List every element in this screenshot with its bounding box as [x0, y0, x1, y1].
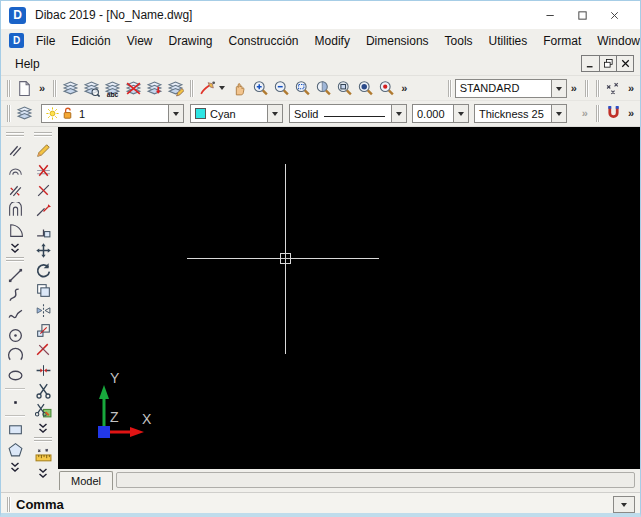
zoom-in-button[interactable]	[250, 78, 271, 99]
line-button[interactable]	[3, 265, 27, 285]
double-arc-button[interactable]	[3, 160, 27, 180]
extend-button[interactable]	[31, 360, 55, 380]
move-button[interactable]	[31, 240, 55, 260]
zoom-window-button[interactable]	[292, 78, 313, 99]
erase-button[interactable]	[31, 160, 55, 180]
copy-button[interactable]	[31, 280, 55, 300]
zoom-center-button[interactable]	[376, 78, 397, 99]
more-tools-chevron[interactable]	[31, 465, 55, 480]
ellipse-button[interactable]	[3, 365, 27, 385]
break-button[interactable]	[31, 180, 55, 200]
document-icon[interactable]: D	[9, 33, 24, 48]
toolbar-grip[interactable]	[448, 80, 449, 97]
command-line[interactable]: Comma	[1, 492, 640, 515]
scissors-button[interactable]	[31, 380, 55, 400]
menu-item-view[interactable]: View	[119, 32, 161, 50]
zoom-out-button[interactable]	[271, 78, 292, 99]
toolbar-grip[interactable]	[7, 80, 8, 97]
layer-properties-button[interactable]	[60, 78, 81, 99]
layer-dropdown[interactable]	[168, 105, 183, 122]
drawing-canvas[interactable]: Y Z X	[58, 127, 640, 469]
more-tools-chevron[interactable]	[31, 420, 55, 435]
new-file-button[interactable]	[14, 78, 35, 99]
menu-item-drawing[interactable]: Drawing	[161, 32, 221, 50]
offset-arrow-button[interactable]	[31, 200, 55, 220]
layer-down-button[interactable]	[144, 78, 165, 99]
overflow-chevron[interactable]: »	[397, 83, 411, 94]
tab-model[interactable]: Model	[59, 471, 113, 490]
spline-button[interactable]	[3, 305, 27, 325]
toolbar-grip[interactable]	[34, 437, 52, 438]
point-button[interactable]	[3, 392, 27, 412]
cut-color-button[interactable]	[31, 400, 55, 420]
toolbar-grip[interactable]	[7, 105, 8, 122]
rectangle-button[interactable]	[3, 419, 27, 439]
toolbar-grip[interactable]	[6, 257, 24, 258]
ruler-button[interactable]	[31, 445, 55, 465]
offset-lines-button[interactable]	[3, 180, 27, 200]
color-combo[interactable]: Cyan	[190, 104, 283, 123]
mdi-restore-button[interactable]	[599, 56, 616, 71]
circle-button[interactable]	[3, 325, 27, 345]
polyline-button[interactable]	[3, 285, 27, 305]
lineweight-combo[interactable]: 0.000	[412, 104, 469, 123]
overflow-chevron[interactable]: »	[567, 83, 581, 94]
layer-find-button[interactable]	[81, 78, 102, 99]
overflow-chevron[interactable]: »	[624, 108, 638, 119]
menu-item-help[interactable]: Help	[7, 55, 48, 73]
zoom-previous-button[interactable]	[313, 78, 334, 99]
linetype-dropdown[interactable]	[391, 105, 406, 122]
text-style-combo[interactable]: STANDARD	[455, 79, 567, 98]
menu-item-edicion[interactable]: Edición	[63, 32, 118, 50]
trim-button[interactable]	[31, 340, 55, 360]
toolbar-grip[interactable]	[34, 132, 52, 133]
arc-button[interactable]	[3, 345, 27, 365]
polygon-button[interactable]	[3, 439, 27, 459]
scale-button[interactable]	[31, 320, 55, 340]
maximize-button[interactable]	[566, 4, 598, 26]
sketch-pencil-button[interactable]	[31, 140, 55, 160]
more-tools-chevron[interactable]	[3, 240, 27, 255]
dropdown-arrow-icon[interactable]	[219, 86, 225, 93]
toolbar-grip[interactable]	[596, 105, 597, 122]
mdi-close-button[interactable]	[616, 56, 633, 71]
door-arc-button[interactable]	[3, 220, 27, 240]
thickness-dropdown[interactable]	[551, 105, 566, 122]
toolbar-grip[interactable]	[6, 132, 24, 133]
more-tools-chevron[interactable]	[3, 459, 27, 474]
app-icon[interactable]: D	[9, 7, 26, 24]
linetype-combo[interactable]: Solid	[289, 104, 407, 123]
zoom-object-button[interactable]	[355, 78, 376, 99]
mdi-minimize-button[interactable]	[582, 56, 599, 71]
menu-item-tools[interactable]: Tools	[437, 32, 481, 50]
text-style-dropdown[interactable]	[551, 80, 566, 97]
thickness-combo[interactable]: Thickness 25	[474, 104, 567, 123]
menu-item-format[interactable]: Format	[535, 32, 589, 50]
command-history-dropdown[interactable]	[613, 496, 635, 513]
toolbar-grip[interactable]	[190, 80, 191, 97]
layers-button[interactable]	[14, 103, 35, 124]
pan-hand-button[interactable]	[229, 78, 250, 99]
toolbar-grip[interactable]	[53, 80, 54, 97]
command-line-grip[interactable]	[7, 497, 8, 512]
color-dropdown[interactable]	[267, 105, 282, 122]
rotate-button[interactable]	[31, 260, 55, 280]
overflow-chevron[interactable]: »	[624, 83, 638, 94]
menu-item-file[interactable]: File	[28, 32, 63, 50]
zoom-dynamic-button[interactable]	[334, 78, 355, 99]
layer-off-button[interactable]	[123, 78, 144, 99]
close-button[interactable]	[598, 4, 630, 26]
menu-item-utilities[interactable]: Utilities	[481, 32, 536, 50]
layer-text-button[interactable]: abc	[102, 78, 123, 99]
toolbar-grip[interactable]	[596, 80, 597, 97]
menu-item-dimensions[interactable]: Dimensions	[358, 32, 437, 50]
point-style-button[interactable]	[603, 78, 624, 99]
menu-item-window[interactable]: Window	[589, 32, 641, 50]
layer-combo[interactable]: 1	[41, 104, 184, 123]
lineweight-dropdown[interactable]	[453, 105, 468, 122]
layer-edit-button[interactable]	[165, 78, 186, 99]
wall-button[interactable]	[3, 200, 27, 220]
corner-button[interactable]	[31, 220, 55, 240]
overflow-chevron[interactable]: »	[35, 83, 49, 94]
menu-item-modify[interactable]: Modify	[307, 32, 358, 50]
